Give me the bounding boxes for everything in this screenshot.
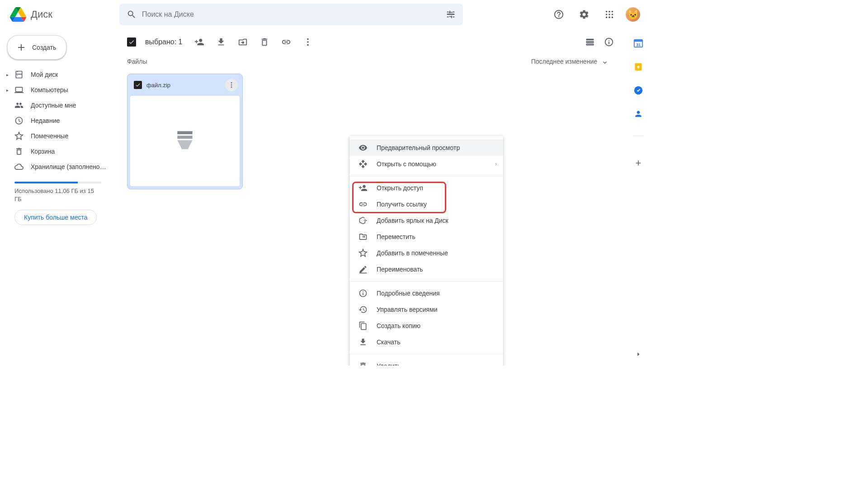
search-options-icon[interactable] <box>446 9 456 19</box>
chevron-right-icon: ▸ <box>6 88 9 93</box>
menu-get-link[interactable]: Получить ссылку <box>349 196 503 212</box>
add-addon-button[interactable]: + <box>633 158 644 169</box>
storage-used-text: Использовано 11,06 ГБ из 15 ГБ <box>14 187 101 203</box>
nav-label: Корзина <box>31 148 55 155</box>
list-view-icon[interactable] <box>585 37 595 47</box>
chevron-right-icon: ▸ <box>6 72 9 77</box>
drive-logo-icon[interactable] <box>9 5 27 23</box>
menu-copy[interactable]: Создать копию <box>349 318 503 334</box>
delete-icon[interactable] <box>259 37 270 47</box>
logo-area: Диск <box>7 5 116 23</box>
file-checkbox[interactable] <box>134 81 142 89</box>
tasks-app-icon[interactable] <box>633 85 644 96</box>
menu-open-with[interactable]: Открыть с помощью › <box>349 156 503 172</box>
nav-label: Доступные мне <box>31 102 76 109</box>
chevron-right-icon: › <box>495 161 497 167</box>
files-heading: Файлы <box>127 58 147 65</box>
link-icon[interactable] <box>281 37 292 47</box>
svg-point-6 <box>612 14 613 15</box>
menu-download[interactable]: Скачать <box>349 334 503 350</box>
nav-label: Мой диск <box>31 71 58 78</box>
sort-button[interactable]: Последнее изменение <box>531 57 609 66</box>
menu-label: Получить ссылку <box>377 201 427 208</box>
menu-share[interactable]: Открыть доступ <box>349 180 503 196</box>
menu-label: Добавить в помеченные <box>377 249 448 257</box>
content-header: Файлы Последнее изменение <box>116 53 625 70</box>
move-folder-icon[interactable] <box>237 37 248 47</box>
menu-label: Удалить <box>377 362 401 366</box>
menu-separator <box>349 176 503 176</box>
menu-delete[interactable]: Удалить <box>349 358 503 366</box>
nav-my-drive[interactable]: ▸ Мой диск <box>4 67 112 82</box>
info-icon[interactable] <box>604 37 614 47</box>
keep-app-icon[interactable] <box>633 61 644 72</box>
zip-icon <box>176 130 194 152</box>
file-card[interactable]: файл.zip <box>127 74 243 189</box>
search-bar[interactable] <box>119 4 463 25</box>
svg-point-8 <box>609 17 610 19</box>
people-icon <box>14 101 24 110</box>
calendar-app-icon[interactable]: 31 <box>633 38 644 49</box>
svg-point-2 <box>609 11 610 13</box>
person-add-icon <box>359 183 368 192</box>
buy-storage-button[interactable]: Купить больше места <box>14 210 97 225</box>
nav-recent[interactable]: Недавние <box>4 113 112 128</box>
menu-versions[interactable]: Управлять версиями <box>349 301 503 318</box>
menu-label: Открыть доступ <box>377 184 423 192</box>
svg-text:31: 31 <box>636 42 641 47</box>
menu-preview[interactable]: Предварительный просмотр <box>349 140 503 156</box>
contacts-app-icon[interactable] <box>633 108 644 119</box>
create-button[interactable]: Создать <box>7 35 66 60</box>
nav-shared[interactable]: Доступные мне <box>4 98 112 113</box>
selection-checkbox[interactable] <box>127 38 136 47</box>
nav-label: Хранилище (заполнено ... <box>31 163 107 170</box>
svg-point-16 <box>231 82 232 84</box>
svg-point-17 <box>231 84 232 86</box>
drive-icon <box>14 70 24 79</box>
main-content: выбрано: 1 Файлы <box>116 29 626 366</box>
help-icon[interactable] <box>550 5 568 23</box>
menu-move[interactable]: Переместить <box>349 229 503 245</box>
menu-rename[interactable]: Переименовать <box>349 261 503 277</box>
nav-starred[interactable]: Помеченные <box>4 128 112 144</box>
more-icon[interactable] <box>302 37 313 47</box>
menu-details[interactable]: Подробные сведения <box>349 285 503 301</box>
svg-rect-0 <box>447 14 455 15</box>
menu-label: Создать копию <box>377 322 420 329</box>
storage-bar <box>14 182 101 183</box>
nav-storage[interactable]: Хранилище (заполнено ... <box>4 159 112 174</box>
shortcut-icon <box>359 216 368 225</box>
create-button-label: Создать <box>32 44 56 51</box>
svg-rect-23 <box>634 40 642 42</box>
app-name: Диск <box>31 9 52 20</box>
download-icon[interactable] <box>216 37 226 47</box>
storage-fill <box>14 182 78 183</box>
svg-point-1 <box>606 11 608 13</box>
nav-label: Компьютеры <box>31 86 68 94</box>
menu-add-shortcut[interactable]: Добавить ярлык на Диск <box>349 212 503 229</box>
storage-section: Использовано 11,06 ГБ из 15 ГБ Купить бо… <box>4 174 112 229</box>
arrow-down-icon <box>601 57 609 66</box>
cloud-icon <box>14 162 24 171</box>
copy-icon <box>359 321 368 330</box>
nav-computers[interactable]: ▸ Компьютеры <box>4 82 112 98</box>
settings-icon[interactable] <box>575 5 593 23</box>
svg-point-10 <box>307 38 309 40</box>
svg-point-5 <box>609 14 610 15</box>
user-avatar[interactable]: 🐱 <box>626 7 640 22</box>
file-more-button[interactable] <box>225 79 238 91</box>
link-icon <box>359 200 368 209</box>
trash-icon <box>359 361 368 366</box>
menu-label: Управлять версиями <box>377 306 438 313</box>
share-person-icon[interactable] <box>194 37 205 47</box>
apps-icon[interactable] <box>600 5 618 23</box>
header: Диск 🐱 <box>0 0 651 29</box>
nav-trash[interactable]: Корзина <box>4 144 112 159</box>
menu-star[interactable]: Добавить в помеченные <box>349 245 503 261</box>
move-icon <box>359 232 368 241</box>
collapse-panel-button[interactable] <box>634 350 643 359</box>
plus-icon <box>16 42 27 53</box>
search-input[interactable] <box>142 10 440 19</box>
svg-point-3 <box>612 11 613 13</box>
svg-point-12 <box>307 44 309 46</box>
